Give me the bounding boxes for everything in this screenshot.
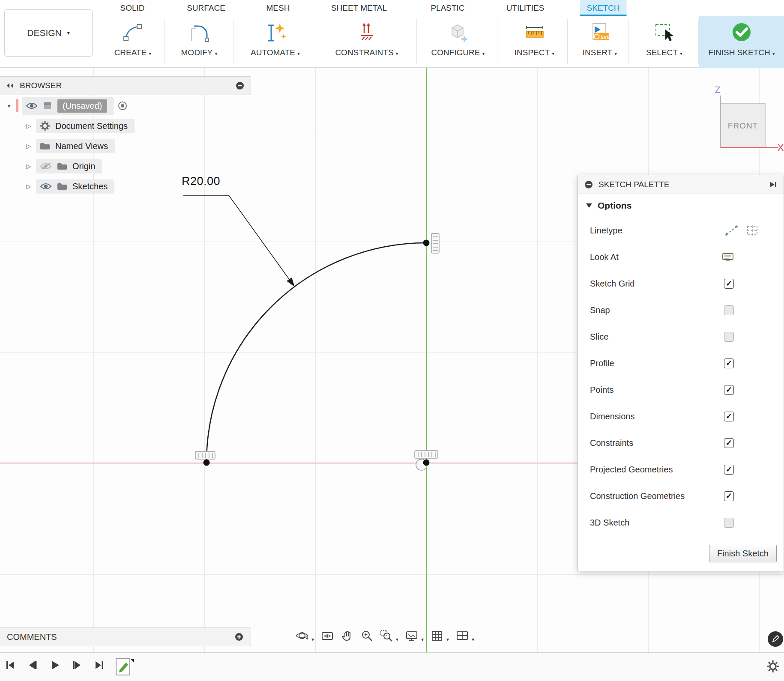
construction-geometries-checkbox[interactable] [724,491,734,501]
dimensions-checkbox[interactable] [724,412,734,421]
expand-arrow-icon[interactable]: ▷ [25,122,33,129]
activate-radio-icon[interactable] [117,101,128,111]
tab-utilities[interactable]: UTILITIES [500,0,551,16]
visibility-hidden-eye-icon[interactable] [40,162,52,170]
configure-cube-icon [446,19,470,47]
tab-plastic[interactable]: PLASTIC [424,0,471,16]
constraints-checkbox[interactable] [724,438,734,448]
browser-item-sketches[interactable]: ▷ Sketches [0,177,251,196]
circle-minus-icon[interactable] [235,81,245,90]
centerline-icon[interactable] [746,225,759,236]
arc-endpoint-top[interactable] [423,240,430,246]
section-collapse-icon [586,203,592,208]
design-menu-button[interactable]: DESIGN ▾ [4,9,93,57]
look-at-button[interactable] [320,629,335,643]
visibility-eye-icon[interactable] [40,182,52,190]
play-button[interactable] [49,659,61,671]
finish-sketch-palette-button[interactable]: Finish Sketch [709,545,777,562]
tab-solid[interactable]: SOLID [113,0,151,16]
skip-to-end-button[interactable] [93,659,105,671]
insert-group-button[interactable]: SVG INSERT▾ [570,16,630,68]
arc-center-point[interactable] [423,460,430,466]
automate-group-button[interactable]: AUTOMATE▾ [242,16,308,68]
navigation-toolbar: ▾ ▾ ▾ [295,629,475,643]
tab-sketch[interactable]: SKETCH [580,0,626,16]
expand-arrow-icon[interactable]: ▷ [25,183,33,190]
look-at-icon [321,630,334,642]
circle-plus-icon[interactable] [234,632,244,642]
chevron-down-icon: ▾ [680,51,682,57]
finish-sketch-button[interactable]: FINISH SKETCH▾ [699,16,784,68]
toolbar-separator [324,19,324,64]
tab-surface[interactable]: SURFACE [180,0,232,16]
zoom-window-button[interactable]: ▾ [379,629,399,643]
top-toolbar: DESIGN ▾ SOLID SURFACE MESH SHEET METAL … [0,0,784,68]
horizontal-constraint-icon[interactable] [195,451,215,459]
row-label: Constraints [590,438,633,448]
constraints-group-button[interactable]: CONSTRAINTS▾ [328,16,406,68]
points-checkbox[interactable] [724,385,734,395]
browser-item-named-views[interactable]: ▷ Named Views [0,137,251,155]
display-settings-button[interactable]: ▾ [404,629,425,643]
arc-endpoint-left[interactable] [203,460,210,466]
toolbar-separator [416,19,417,64]
modify-label: MODIFY [181,48,213,57]
vertical-constraint-icon[interactable] [431,233,439,253]
pan-button[interactable] [340,629,354,643]
configure-group-button[interactable]: CONFIGURE▾ [421,16,495,68]
toolbar-separator [98,19,98,64]
visibility-eye-icon[interactable] [26,102,38,110]
browser-item-label: Document Settings [55,121,128,131]
3d-sketch-checkbox[interactable] [724,518,734,528]
slice-checkbox[interactable] [724,332,734,342]
create-group-button[interactable]: CREATE▾ [101,16,165,68]
select-group-button[interactable]: SELECT▾ [633,16,695,68]
viewports-button[interactable]: ▾ [455,629,475,643]
look-at-icon[interactable] [722,252,734,262]
browser-item-document-settings[interactable]: ▷ Document Settings [0,116,251,135]
expand-arrow-icon[interactable]: ▾ [5,102,13,109]
profile-checkbox[interactable] [724,358,734,368]
browser-root-row[interactable]: ▾ (Unsaved) [0,96,251,115]
palette-row-linetype: Linetype [578,217,784,244]
timeline-settings-button[interactable] [766,660,780,675]
timeline-sketch-feature[interactable] [115,657,135,677]
grid-settings-button[interactable]: ▾ [430,629,450,643]
sketch-arc[interactable] [206,243,426,463]
folder-icon [40,142,50,150]
comments-bar[interactable]: COMMENTS [0,627,251,646]
expand-arrow-icon[interactable]: ▷ [25,143,33,149]
modify-group-button[interactable]: MODIFY▾ [167,16,231,68]
projected-geometries-checkbox[interactable] [724,465,734,475]
browser-item-origin[interactable]: ▷ Origin [0,157,251,176]
measure-ruler-icon [523,19,547,47]
step-back-button[interactable] [27,659,39,671]
feedback-button[interactable] [768,631,783,647]
snap-checkbox[interactable] [724,305,734,315]
insert-label: INSERT [583,48,612,57]
finish-sketch-label: FINISH SKETCH [708,48,770,57]
view-cube[interactable]: Z X FRONT [709,84,784,158]
collapse-left-icon[interactable] [6,82,15,89]
options-section-header[interactable]: Options [578,194,784,217]
expand-arrow-icon[interactable]: ▷ [25,163,33,170]
orbit-button[interactable]: ▾ [295,629,315,643]
row-label: Linetype [590,226,622,236]
row-label: 3D Sketch [590,518,629,528]
construction-line-icon[interactable] [725,225,738,236]
circle-minus-icon[interactable] [584,180,593,189]
fillet-icon [187,19,211,47]
tab-sheet-metal[interactable]: SHEET METAL [324,0,394,16]
zoom-button[interactable] [359,629,374,643]
dock-right-icon[interactable] [769,180,778,189]
sketch-palette-title: SKETCH PALETTE [598,180,764,189]
skip-to-start-button[interactable] [4,659,16,671]
sketch-grid-checkbox[interactable] [724,279,734,289]
step-forward-button[interactable] [71,659,83,671]
tab-mesh[interactable]: MESH [260,0,297,16]
inspect-group-button[interactable]: INSPECT▾ [501,16,568,68]
select-label: SELECT [646,48,678,57]
chevron-down-icon: ▾ [149,51,151,57]
view-cube-face-label: FRONT [728,121,758,130]
row-label: Sketch Grid [590,279,634,289]
